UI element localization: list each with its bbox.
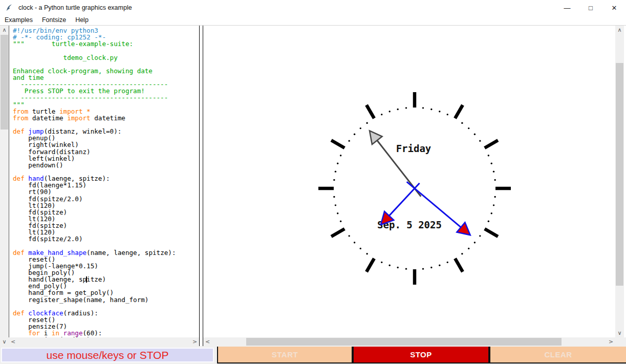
code-editor[interactable]: #!/usr/bin/env python3# -*- coding: cp12…: [9, 26, 199, 337]
minute-dot: [491, 212, 492, 214]
minute-dot: [335, 204, 336, 206]
minute-dot: [340, 155, 341, 156]
close-button[interactable]: ✕: [602, 0, 626, 15]
canvas-hscroll-thumb[interactable]: [246, 338, 562, 346]
scroll-up-icon[interactable]: ∧: [0, 26, 9, 34]
menu-bar: ExamplesFontsizeHelp: [0, 15, 626, 26]
window-controls: — □ ✕: [555, 0, 626, 15]
minute-dot: [439, 111, 440, 112]
hour-tick: [485, 140, 498, 148]
code-line: pendown(): [13, 162, 199, 168]
minute-dot: [335, 170, 336, 172]
minute-dot: [493, 204, 494, 206]
python-feather-icon: [5, 4, 13, 12]
minute-dot: [348, 140, 350, 141]
minute-dot: [474, 242, 476, 243]
clock-drawing: FridaySep. 5 2025: [203, 26, 615, 337]
code-vertical-scrollbar[interactable]: ∧ ∨: [0, 26, 9, 346]
minute-dot: [388, 111, 390, 112]
canvas-vertical-scrollbar[interactable]: ∧ ∨: [615, 26, 624, 337]
bottom-bar: use mouse/keys or STOP START STOP CLEAR: [0, 346, 626, 364]
minimize-button[interactable]: —: [555, 0, 579, 15]
minute-dot: [468, 127, 469, 129]
minute-dot: [461, 253, 463, 254]
hour-tick: [485, 229, 498, 237]
minute-dot: [405, 107, 407, 109]
menu-item-examples[interactable]: Examples: [0, 15, 37, 25]
maximize-icon: □: [589, 4, 593, 12]
canvas-vscroll-thumb[interactable]: [616, 63, 623, 286]
canvas-horizontal-scrollbar[interactable]: < >: [203, 337, 615, 346]
minute-dot: [366, 122, 368, 123]
minute-dot: [360, 248, 361, 249]
minute-dot: [461, 122, 463, 123]
minute-dot: [340, 221, 341, 222]
minute-dot: [474, 134, 476, 135]
minute-dot: [354, 134, 355, 135]
right-margin: [624, 26, 626, 337]
minute-dot: [479, 140, 481, 141]
scroll-left-icon[interactable]: <: [203, 337, 212, 346]
button-strip: START STOP CLEAR: [217, 347, 626, 363]
clear-button[interactable]: CLEAR: [490, 347, 626, 362]
minute-dot: [430, 267, 432, 268]
menu-item-help[interactable]: Help: [71, 15, 93, 25]
minute-dot: [494, 196, 495, 198]
hour-tick: [331, 229, 344, 237]
minute-dot: [493, 170, 494, 172]
hour-tick: [366, 105, 374, 118]
minute-dot: [439, 265, 440, 266]
minute-dot: [337, 162, 338, 164]
window-title: clock - a Python turtle graphics example: [18, 4, 132, 11]
minute-dot: [381, 114, 382, 115]
minute-dot: [333, 196, 335, 198]
minute-dot: [337, 212, 338, 214]
code-line: --------------------------------------: [13, 94, 199, 101]
menu-item-fontsize[interactable]: Fontsize: [37, 15, 71, 25]
hour-tick: [366, 259, 374, 272]
minute-dot: [354, 242, 355, 243]
minute-dot: [366, 253, 368, 254]
scroll-right-icon[interactable]: >: [190, 337, 199, 346]
maximize-button[interactable]: □: [579, 0, 602, 15]
code-line: tdemo_clock.py: [13, 54, 199, 61]
minute-dot: [468, 248, 469, 249]
minute-dot: [479, 235, 481, 237]
minute-dot: [488, 155, 489, 156]
minute-dot: [397, 109, 398, 110]
minute-dot: [430, 109, 432, 110]
hour-tick: [331, 140, 344, 148]
scroll-right-icon[interactable]: >: [607, 337, 615, 346]
minute-hand-arrowhead: [457, 222, 470, 235]
status-label: use mouse/keys or STOP: [1, 348, 214, 362]
minute-dot: [488, 221, 489, 222]
scroll-down-icon[interactable]: ∨: [0, 337, 9, 346]
minute-dot: [397, 267, 398, 268]
minute-dot: [348, 235, 350, 237]
pane-divider[interactable]: [199, 26, 203, 346]
scrollbar-corner: [615, 337, 626, 346]
minute-dot: [491, 162, 492, 164]
minute-dot: [447, 114, 448, 115]
turtle-canvas[interactable]: FridaySep. 5 2025: [203, 26, 615, 337]
minute-dot: [422, 268, 424, 269]
minute-dot: [405, 268, 407, 269]
code-line: register_shape(name, hand_form): [13, 296, 199, 303]
scroll-up-icon[interactable]: ∧: [615, 26, 624, 34]
second-hand-arrowhead: [370, 131, 382, 144]
stop-button[interactable]: STOP: [354, 347, 488, 362]
scroll-left-icon[interactable]: <: [9, 337, 17, 346]
code-line: from datetime import datetime: [13, 115, 199, 121]
minute-dot: [447, 262, 448, 263]
minute-dot: [422, 107, 424, 109]
code-horizontal-scrollbar[interactable]: < >: [9, 337, 199, 346]
scroll-down-icon[interactable]: ∨: [615, 329, 624, 337]
title-bar: clock - a Python turtle graphics example…: [0, 0, 626, 15]
hour-tick: [455, 105, 463, 118]
weekday-text: Friday: [396, 143, 431, 154]
code-vscroll-thumb[interactable]: [1, 35, 8, 130]
code-line: """ turtle-example-suite:: [13, 40, 199, 47]
hour-tick: [455, 259, 463, 272]
minute-dot: [381, 262, 382, 263]
start-button[interactable]: START: [218, 347, 352, 362]
